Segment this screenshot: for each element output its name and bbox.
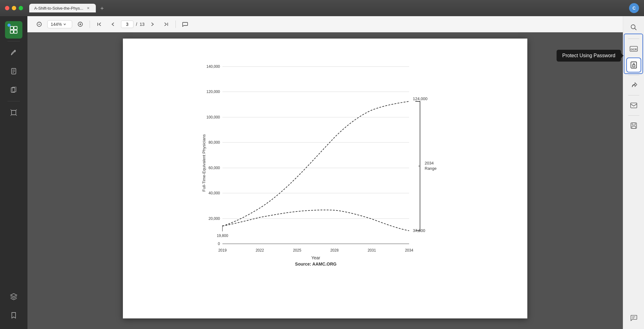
tooltip-box: Protect Using Password <box>557 50 621 62</box>
y-tick-0: 0 <box>218 242 220 246</box>
zoom-in-icon <box>77 21 83 27</box>
new-tab-button[interactable]: ＋ <box>97 3 107 13</box>
ocr-icon: OCR <box>629 45 638 53</box>
protect-button[interactable] <box>626 58 641 72</box>
chat-button[interactable] <box>626 310 641 325</box>
search-button[interactable] <box>626 20 641 35</box>
right-divider-3 <box>628 95 639 95</box>
comment-button[interactable] <box>180 19 191 30</box>
y-axis-label: Full-Time-Equivalent Physicians <box>202 134 206 192</box>
next-page-icon <box>150 21 155 27</box>
chevron-down-icon <box>63 23 66 26</box>
page-navigation: / 13 <box>121 21 144 28</box>
x-tick-2034: 2034 <box>405 248 413 253</box>
bookmark-icon <box>10 312 17 319</box>
last-page-button[interactable] <box>161 19 172 30</box>
zoom-display[interactable]: 144% <box>47 20 72 28</box>
y-tick-80000: 80,000 <box>208 140 220 145</box>
sidebar-item-crop[interactable] <box>5 104 22 121</box>
titlebar: A-Shift-to-Solve-the-Phys... ✕ ＋ C <box>0 0 644 16</box>
svg-rect-27 <box>632 126 636 128</box>
prev-page-button[interactable] <box>107 19 119 30</box>
toolbar: 144% <box>27 16 623 32</box>
grid-icon <box>9 25 18 34</box>
chart-source: Source: AAMC.ORG <box>295 262 336 266</box>
sidebar-item-bookmark[interactable] <box>5 307 22 324</box>
right-divider-2 <box>628 75 639 75</box>
annotation-37800: 37,800 <box>413 228 425 233</box>
email-icon <box>630 103 637 108</box>
first-page-button[interactable] <box>94 19 105 30</box>
share-button[interactable] <box>626 78 641 93</box>
sidebar-item-layers[interactable] <box>5 288 22 305</box>
avatar: C <box>629 3 639 13</box>
next-page-button[interactable] <box>147 19 158 30</box>
y-tick-20000: 20,000 <box>208 216 220 221</box>
svg-rect-26 <box>632 123 635 125</box>
tab-bar: A-Shift-to-Solve-the-Phys... ✕ ＋ <box>29 3 107 13</box>
sidebar-divider-1 <box>7 41 20 41</box>
chat-icon <box>630 314 637 321</box>
sidebar-item-annotate[interactable] <box>5 44 22 61</box>
sidebar-item-document[interactable] <box>5 63 22 80</box>
svg-rect-3 <box>14 30 17 33</box>
right-sidebar: OCR <box>623 16 644 329</box>
svg-rect-1 <box>14 26 17 30</box>
zoom-out-button[interactable] <box>34 19 45 30</box>
svg-rect-2 <box>10 30 13 33</box>
svg-point-23 <box>633 66 634 66</box>
y-tick-60000: 60,000 <box>208 166 220 170</box>
x-tick-2025: 2025 <box>293 248 301 253</box>
tooltip-text: Protect Using Password <box>562 53 615 58</box>
annotation-range: Range <box>425 166 436 171</box>
annotation-19800: 19,800 <box>217 234 228 238</box>
zoom-out-icon <box>36 21 42 27</box>
chart-svg: Full-Time-Equivalent Physicians <box>198 57 453 269</box>
comment-icon <box>182 21 188 27</box>
pdf-viewport[interactable]: Full-Time-Equivalent Physicians <box>27 32 623 329</box>
sidebar-divider-2 <box>7 101 20 101</box>
close-button[interactable] <box>5 6 9 10</box>
page-current-input[interactable] <box>121 21 133 28</box>
y-tick-100000: 100,000 <box>207 115 220 119</box>
save-icon <box>630 122 637 129</box>
toolbar-sep-1 <box>90 21 90 28</box>
x-tick-2019: 2019 <box>218 248 227 253</box>
sidebar-item-thumbnail[interactable] <box>5 21 22 39</box>
tab-title: A-Shift-to-Solve-the-Phys... <box>34 6 83 11</box>
pdf-page: Full-Time-Equivalent Physicians <box>123 39 527 318</box>
sidebar-badge <box>7 24 11 27</box>
svg-rect-0 <box>10 26 13 30</box>
lower-curve <box>222 210 409 231</box>
save-button[interactable] <box>626 118 641 133</box>
prev-page-icon <box>110 21 116 27</box>
upper-curve <box>222 101 409 226</box>
left-sidebar <box>0 16 27 329</box>
pages-icon <box>10 86 17 94</box>
y-tick-120000: 120,000 <box>207 90 220 94</box>
email-button[interactable] <box>626 98 641 113</box>
toolbar-sep-2 <box>175 21 176 28</box>
sidebar-item-pages[interactable] <box>5 81 22 99</box>
search-icon <box>630 24 637 31</box>
page-total: 13 <box>140 22 145 27</box>
minimize-button[interactable] <box>12 6 16 10</box>
zoom-in-button[interactable] <box>75 19 86 30</box>
tab-close-button[interactable]: ✕ <box>86 6 91 11</box>
right-divider-1 <box>628 39 639 39</box>
zoom-value: 144% <box>51 22 62 27</box>
maximize-button[interactable] <box>19 6 23 10</box>
svg-rect-21 <box>631 62 637 68</box>
svg-text:OCR: OCR <box>631 48 637 51</box>
share-icon <box>630 82 637 89</box>
x-tick-2028: 2028 <box>330 248 339 253</box>
y-tick-40000: 40,000 <box>208 191 220 195</box>
ocr-button[interactable]: OCR <box>626 41 641 56</box>
x-axis-label: Year <box>311 255 320 260</box>
x-tick-2022: 2022 <box>256 248 264 253</box>
lock-document-icon <box>630 61 637 69</box>
svg-rect-7 <box>12 110 16 115</box>
tab-item[interactable]: A-Shift-to-Solve-the-Phys... ✕ <box>29 4 96 12</box>
chart-container: Full-Time-Equivalent Physicians <box>142 51 509 275</box>
main-layout: 144% <box>0 16 644 329</box>
